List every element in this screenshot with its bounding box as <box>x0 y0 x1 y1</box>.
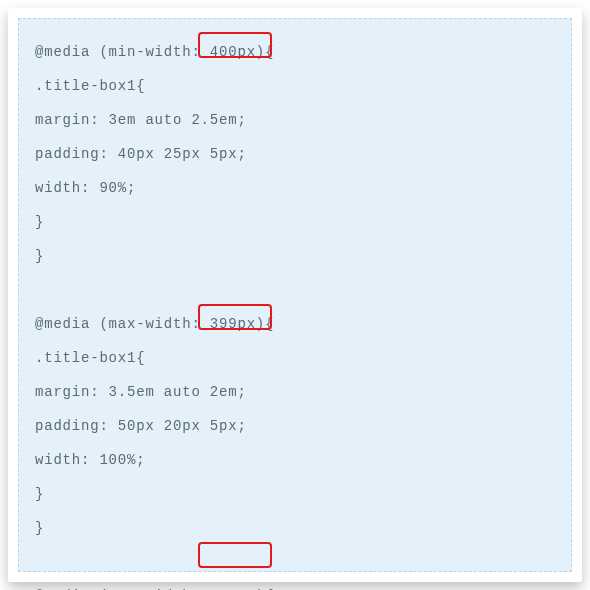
code-line: padding: 50px 20px 5px; <box>35 409 563 443</box>
code-line: margin: 3em auto 2.5em; <box>35 103 563 137</box>
blank-line <box>35 545 563 579</box>
code-line: @media (min-width: 400px){ <box>35 35 563 69</box>
code-line: } <box>35 239 563 273</box>
code-line: .title-box1{ <box>35 69 563 103</box>
code-line: width: 90%; <box>35 171 563 205</box>
code-line: @media (max-width: 399px){ <box>35 307 563 341</box>
code-line: } <box>35 205 563 239</box>
code-panel: @media (min-width: 400px){ .title-box1{ … <box>18 18 572 572</box>
code-line: } <box>35 511 563 545</box>
document-frame: @media (min-width: 400px){ .title-box1{ … <box>8 8 582 582</box>
code-line: padding: 40px 25px 5px; <box>35 137 563 171</box>
code-content: @media (min-width: 400px){ .title-box1{ … <box>35 35 563 563</box>
code-line: } <box>35 477 563 511</box>
code-line: width: 100%; <box>35 443 563 477</box>
code-line: .title-box1{ <box>35 341 563 375</box>
code-line: @media (max-width: 399px){ <box>35 579 563 590</box>
blank-line <box>35 273 563 307</box>
code-line: margin: 3.5em auto 2em; <box>35 375 563 409</box>
